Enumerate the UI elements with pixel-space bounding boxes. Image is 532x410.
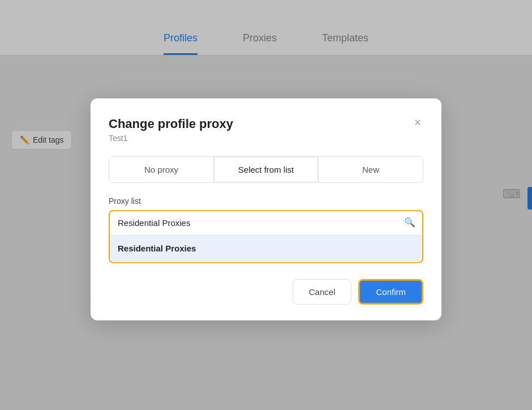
tab-no-proxy[interactable]: No proxy — [109, 157, 214, 182]
confirm-button[interactable]: Confirm — [358, 279, 423, 305]
proxy-list-label: Proxy list — [109, 197, 423, 206]
tab-new[interactable]: New — [319, 157, 423, 182]
search-icon: 🔍 — [404, 217, 415, 228]
modal-title-area: Change profile proxy — [109, 117, 233, 131]
modal-header: Change profile proxy × — [109, 117, 423, 131]
modal-footer: Cancel Confirm — [109, 279, 423, 305]
change-proxy-modal: Change profile proxy × Test1 No proxy Se… — [91, 99, 441, 321]
proxy-type-tabs: No proxy Select from list New — [109, 156, 423, 183]
tab-select-from-list[interactable]: Select from list — [214, 157, 319, 182]
proxy-search-input[interactable] — [109, 210, 423, 234]
cancel-button[interactable]: Cancel — [293, 279, 352, 305]
proxy-dropdown-item[interactable]: Residential Proxies — [110, 234, 422, 262]
proxy-dropdown-list: Residential Proxies — [109, 234, 423, 263]
modal-title: Change profile proxy — [109, 117, 233, 131]
modal-subtitle: Test1 — [109, 134, 423, 143]
modal-close-button[interactable]: × — [412, 117, 423, 128]
search-wrapper: 🔍 — [109, 210, 423, 234]
